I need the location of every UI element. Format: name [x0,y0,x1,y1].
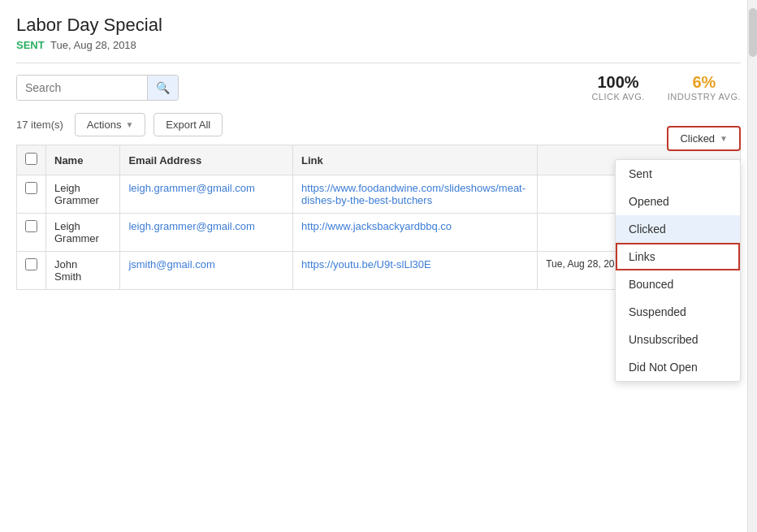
search-button[interactable]: 🔍 [147,76,178,100]
click-avg-stat: 100% CLICK AVG. [591,73,644,102]
scrollbar-track [747,0,757,532]
dropdown-item[interactable]: Opened [616,188,740,215]
actions-button[interactable]: Actions ▼ [75,113,146,136]
row-checkbox[interactable] [25,258,37,270]
row-checkbox[interactable] [25,182,37,194]
toolbar-left: 🔍 [16,75,179,101]
row-checkbox-cell [17,214,46,252]
name-header: Name [46,145,120,175]
row-name: Leigh Grammer [46,214,120,252]
scrollbar-thumb[interactable] [749,8,757,57]
row-checkbox-cell [17,252,46,290]
toolbar: 🔍 100% CLICK AVG. 6% INDUSTRY AVG. [16,73,741,102]
select-all-checkbox[interactable] [25,153,37,165]
dropdown-item[interactable]: Suspended [616,298,740,326]
click-avg-label: CLICK AVG. [591,92,644,102]
industry-avg-value: 6% [668,73,741,92]
dropdown-item[interactable]: Sent [616,160,740,188]
row-email[interactable]: leigh.grammer@gmail.com [120,175,293,214]
filter-dropdown: SentOpenedClickedLinksBouncedSuspendedUn… [615,159,741,382]
email-header: Email Address [120,145,293,175]
sent-date: Tue, Aug 28, 2018 [50,39,136,51]
search-icon: 🔍 [156,81,170,94]
industry-avg-label: INDUSTRY AVG. [668,92,741,102]
dropdown-item[interactable]: Clicked [616,215,740,243]
divider [16,63,741,63]
select-all-header[interactable] [17,145,46,175]
actions-bar: 17 item(s) Actions ▼ Export All [16,113,741,136]
search-box: 🔍 [16,75,179,101]
toolbar-stats: 100% CLICK AVG. 6% INDUSTRY AVG. [591,73,741,102]
clicked-chevron-icon: ▼ [720,134,728,143]
row-name: Leigh Grammer [46,175,120,214]
clicked-filter-label: Clicked [680,132,715,145]
dropdown-item[interactable]: Bounced [616,270,740,298]
row-link[interactable]: http://www.jacksbackyardbbq.co [293,214,538,252]
row-link[interactable]: https://www.foodandwine.com/slideshows/m… [293,175,538,214]
sent-label: SENT [16,39,45,51]
export-all-button[interactable]: Export All [154,113,223,136]
dropdown-item[interactable]: Links [616,243,740,270]
actions-chevron-icon: ▼ [125,120,133,129]
dropdown-item[interactable]: Unsubscribed [616,326,740,353]
page-title: Labor Day Special [16,15,741,36]
industry-avg-stat: 6% INDUSTRY AVG. [668,73,741,102]
clicked-filter-button[interactable]: Clicked ▼ [667,126,741,151]
click-avg-value: 100% [591,73,644,92]
row-checkbox-cell [17,175,46,214]
link-header: Link [293,145,538,175]
actions-label: Actions [87,119,122,131]
row-email[interactable]: jsmith@gmail.com [120,252,293,290]
search-input[interactable] [17,76,147,100]
row-email[interactable]: leigh.grammer@gmail.com [120,214,293,252]
export-label: Export All [166,119,210,131]
dropdown-item[interactable]: Did Not Open [616,353,740,381]
sent-line: SENT Tue, Aug 28, 2018 [16,39,741,51]
row-checkbox[interactable] [25,220,37,232]
items-count: 17 item(s) [16,119,63,131]
row-link[interactable]: https://youtu.be/U9t-slLl30E [293,252,538,290]
row-name: John Smith [46,252,120,290]
